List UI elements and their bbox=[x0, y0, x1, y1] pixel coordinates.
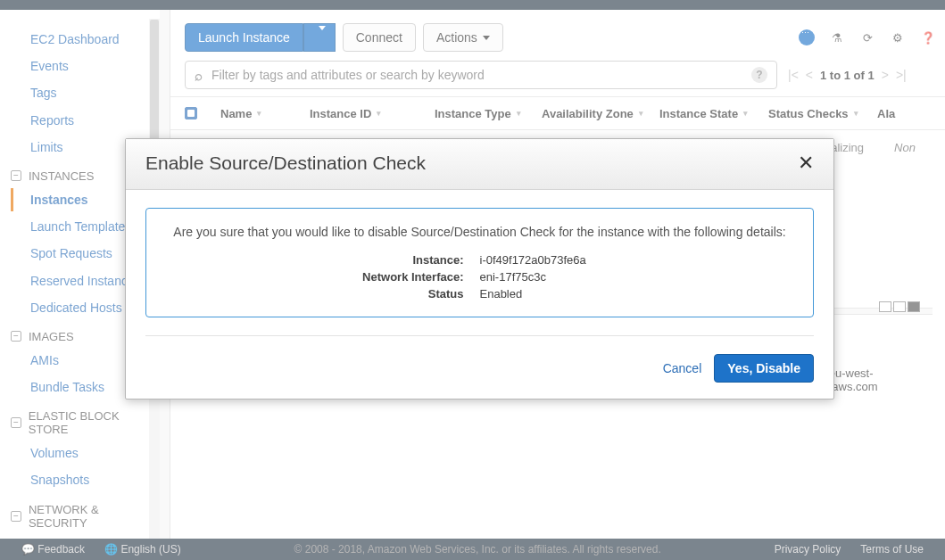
modal-source-dest-check: Enable Source/Destination Check ✕ Are yo… bbox=[125, 138, 834, 399]
modal-row-label-instance: Instance: bbox=[212, 253, 480, 267]
modal-message: Are you sure that you would like to disa… bbox=[166, 225, 793, 239]
confirm-button[interactable]: Yes, Disable bbox=[714, 354, 814, 383]
modal-row-val-status: Enabled bbox=[480, 287, 748, 301]
modal-row-label-eni: Network Interface: bbox=[212, 270, 480, 284]
modal-row-label-status: Status bbox=[212, 287, 480, 301]
close-icon[interactable]: ✕ bbox=[798, 152, 814, 175]
modal-row-val-eni: eni-17f75c3c bbox=[480, 270, 748, 284]
modal-content-box: Are you sure that you would like to disa… bbox=[145, 208, 814, 317]
modal-row-val-instance: i-0f49f172a0b73fe6a bbox=[480, 253, 748, 267]
modal-title: Enable Source/Destination Check bbox=[145, 152, 426, 174]
cancel-button[interactable]: Cancel bbox=[663, 361, 702, 375]
